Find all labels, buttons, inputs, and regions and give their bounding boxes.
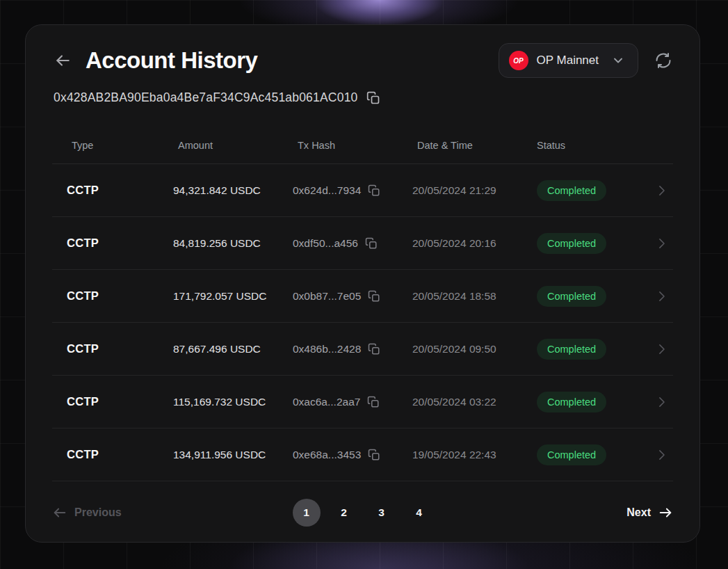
chevron-right-icon [654, 447, 669, 463]
account-history-card: Account History OP OP Mainnet 0x428AB2BA… [25, 24, 700, 543]
copy-tx-hash-button[interactable] [365, 237, 378, 250]
next-page-button[interactable]: Next [626, 505, 673, 520]
status-badge: Completed [537, 392, 606, 412]
row-chevron[interactable] [640, 288, 673, 305]
tx-datetime: 20/05/2024 20:16 [398, 237, 517, 250]
chevron-right-icon [654, 394, 669, 410]
page-list: 1234 [293, 499, 433, 527]
row-chevron[interactable] [640, 235, 673, 252]
tx-hash: 0x624d...7934 [293, 184, 361, 197]
chevron-down-icon [611, 54, 625, 67]
row-chevron[interactable] [640, 394, 673, 410]
tx-type: CCTP [52, 342, 159, 355]
tx-type: CCTP [52, 289, 159, 303]
page-background: Account History OP OP Mainnet 0x428AB2BA… [0, 0, 728, 569]
tx-hash: 0x0b87...7e05 [293, 290, 361, 303]
chevron-right-icon [654, 288, 669, 305]
tx-type: CCTP [52, 184, 159, 197]
tx-datetime: 20/05/2024 03:22 [398, 396, 517, 408]
page-number-button[interactable]: 1 [293, 499, 321, 527]
tx-hash: 0xe68a...3453 [293, 449, 361, 461]
row-chevron[interactable] [640, 341, 673, 358]
header-left: Account History [52, 47, 257, 74]
tx-datetime: 20/05/2024 18:58 [398, 290, 517, 303]
copy-icon [368, 184, 380, 197]
tx-amount: 171,792.057 USDC [159, 290, 278, 303]
tx-amount: 134,911.956 USDC [159, 449, 278, 461]
copy-icon [366, 91, 380, 105]
table-row[interactable]: CCTP 84,819.256 USDC 0xdf50...a456 20/05… [52, 217, 673, 270]
status-badge: Completed [537, 233, 606, 254]
column-header-status: Status [517, 140, 640, 151]
page-number-button[interactable]: 3 [368, 499, 396, 527]
tx-amount: 115,169.732 USDC [159, 396, 278, 408]
address-row: 0x428AB2BA90Eba0a4Be7aF34C9Ac451ab061AC0… [52, 90, 673, 105]
copy-icon [368, 343, 380, 355]
arrow-left-icon [52, 505, 67, 520]
copy-icon [368, 290, 380, 303]
copy-icon [368, 449, 380, 461]
copy-icon [367, 396, 380, 408]
table-row[interactable]: CCTP 171,792.057 USDC 0x0b87...7e05 20/0… [52, 270, 673, 323]
arrow-left-icon [54, 51, 72, 70]
tx-amount: 94,321.842 USDC [159, 184, 278, 197]
status-badge: Completed [537, 286, 606, 307]
tx-hash: 0xac6a...2aa7 [293, 396, 360, 408]
tx-type: CCTP [52, 448, 159, 461]
header-right: OP OP Mainnet [499, 43, 673, 78]
status-badge: Completed [537, 180, 606, 201]
column-header-amount: Amount [159, 140, 278, 151]
tx-hash: 0xdf50...a456 [293, 237, 358, 250]
network-select[interactable]: OP OP Mainnet [499, 43, 638, 78]
table-row[interactable]: CCTP 115,169.732 USDC 0xac6a...2aa7 20/0… [52, 376, 673, 428]
previous-label: Previous [74, 506, 122, 519]
row-chevron[interactable] [640, 182, 673, 199]
page-number-button[interactable]: 4 [405, 499, 433, 527]
copy-tx-hash-button[interactable] [368, 184, 380, 197]
copy-tx-hash-button[interactable] [367, 396, 380, 408]
refresh-icon [655, 52, 672, 69]
previous-page-button[interactable]: Previous [52, 505, 122, 520]
copy-tx-hash-button[interactable] [368, 449, 380, 461]
tx-type: CCTP [52, 395, 159, 408]
network-label: OP Mainnet [537, 54, 599, 67]
tx-amount: 87,667.496 USDC [159, 343, 278, 355]
card-header: Account History OP OP Mainnet [52, 43, 673, 78]
arrow-right-icon [658, 505, 673, 520]
tx-datetime: 20/05/2024 09:50 [398, 343, 517, 355]
chevron-right-icon [654, 182, 669, 199]
tx-type: CCTP [52, 237, 159, 250]
tx-datetime: 20/05/2024 21:29 [398, 184, 517, 197]
table-body: CCTP 94,321.842 USDC 0x624d...7934 20/05… [52, 164, 673, 481]
tx-amount: 84,819.256 USDC [159, 237, 278, 250]
tx-hash: 0x486b...2428 [293, 343, 361, 355]
refresh-button[interactable] [654, 51, 673, 70]
table-header-row: Type Amount Tx Hash Date & Time Status [52, 133, 673, 158]
back-button[interactable] [52, 50, 73, 71]
table-row[interactable]: CCTP 134,911.956 USDC 0xe68a...3453 19/0… [52, 428, 673, 481]
pagination: Previous 1234 Next [52, 497, 673, 529]
table-row[interactable]: CCTP 94,321.842 USDC 0x624d...7934 20/05… [52, 164, 673, 217]
table-row[interactable]: CCTP 87,667.496 USDC 0x486b...2428 20/05… [52, 323, 673, 376]
tx-datetime: 19/05/2024 22:43 [398, 449, 517, 461]
column-header-type: Type [52, 140, 159, 151]
column-header-txhash: Tx Hash [278, 140, 398, 151]
copy-tx-hash-button[interactable] [368, 343, 380, 355]
status-badge: Completed [537, 339, 606, 360]
page-number-button[interactable]: 2 [330, 499, 358, 527]
copy-icon [365, 237, 378, 250]
next-label: Next [626, 506, 651, 519]
op-network-icon: OP [509, 51, 528, 70]
column-header-datetime: Date & Time [398, 140, 517, 151]
row-chevron[interactable] [640, 447, 673, 463]
wallet-address: 0x428AB2BA90Eba0a4Be7aF34C9Ac451ab061AC0… [54, 90, 358, 105]
chevron-right-icon [654, 341, 669, 358]
page-title: Account History [86, 47, 257, 74]
copy-address-button[interactable] [366, 91, 380, 105]
status-badge: Completed [537, 444, 606, 465]
chevron-right-icon [654, 235, 669, 252]
history-table: Type Amount Tx Hash Date & Time Status C… [52, 133, 673, 481]
copy-tx-hash-button[interactable] [368, 290, 380, 303]
